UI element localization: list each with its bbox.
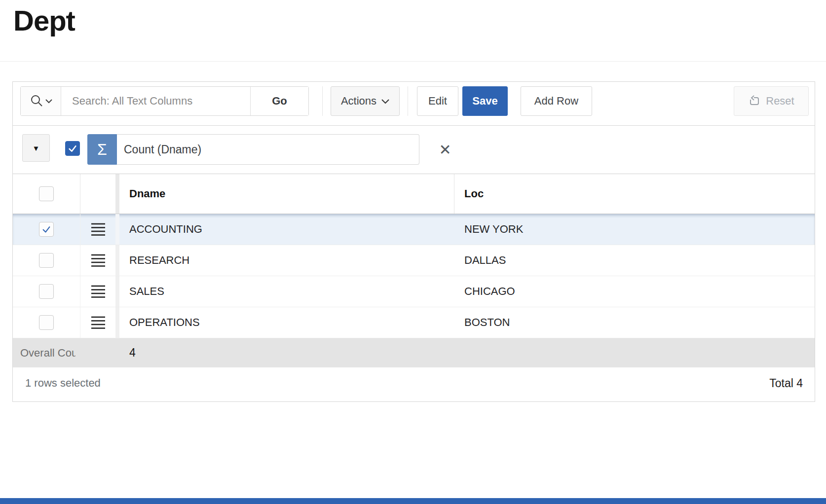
- drag-handle-icon: [91, 285, 105, 298]
- frozen-column-divider: [115, 174, 119, 214]
- select-all-header-cell: [13, 174, 80, 214]
- search-group: Go: [20, 86, 309, 116]
- toolbar-divider: [408, 86, 408, 116]
- row-checkbox[interactable]: [39, 222, 54, 237]
- triangle-down-icon: ▼: [33, 144, 40, 152]
- aggregate-definition: Σ Count (Dname): [87, 134, 419, 165]
- interactive-grid: Go Actions Edit Save Add Row Reset: [12, 81, 815, 402]
- row-checkbox[interactable]: [39, 315, 54, 330]
- chevron-down-icon: [45, 99, 52, 104]
- grid-status-bar: 1 rows selected Total 4: [13, 367, 815, 399]
- cell-loc[interactable]: NEW YORK: [464, 223, 523, 236]
- go-button[interactable]: Go: [250, 87, 308, 115]
- cell-dname[interactable]: RESEARCH: [129, 254, 189, 267]
- add-row-button[interactable]: Add Row: [521, 86, 592, 116]
- aggregate-result-value: 4: [129, 338, 136, 367]
- aggregate-enabled-checkbox[interactable]: [65, 141, 80, 156]
- row-checkbox[interactable]: [39, 253, 54, 268]
- row-drag-handle[interactable]: [80, 245, 115, 276]
- column-header-dname[interactable]: Dname: [119, 174, 454, 214]
- row-checkbox[interactable]: [39, 284, 54, 299]
- chevron-down-icon: [381, 99, 389, 104]
- table-row[interactable]: ACCOUNTING NEW YORK: [13, 214, 815, 245]
- page-title: Dept: [13, 4, 75, 37]
- aggregate-result-row: Overall Count 4: [13, 338, 815, 367]
- cell-dname[interactable]: ACCOUNTING: [129, 223, 202, 236]
- aggregate-editor-row: ▼ Σ Count (Dname) ✕: [13, 126, 815, 174]
- aggregate-result-label: Overall Count: [20, 338, 75, 367]
- actions-button[interactable]: Actions: [331, 86, 400, 116]
- drag-handle-icon: [91, 316, 105, 329]
- total-count: Total 4: [769, 377, 803, 390]
- sigma-icon[interactable]: Σ: [87, 134, 117, 165]
- table-row[interactable]: SALES CHICAGO: [13, 276, 815, 307]
- cell-loc[interactable]: DALLAS: [464, 254, 506, 267]
- toolbar-divider: [322, 86, 323, 116]
- table-row[interactable]: OPERATIONS BOSTON: [13, 307, 815, 338]
- table-header-row: Dname Loc: [13, 174, 815, 214]
- cell-loc[interactable]: CHICAGO: [464, 285, 515, 298]
- selection-status: 1 rows selected: [25, 377, 101, 390]
- actions-button-label: Actions: [341, 95, 376, 108]
- search-icon: [30, 94, 43, 108]
- page-footer-bar: [0, 498, 826, 504]
- column-header-loc[interactable]: Loc: [454, 174, 815, 214]
- cell-dname[interactable]: SALES: [129, 285, 164, 298]
- reset-icon: [748, 95, 761, 108]
- select-all-checkbox[interactable]: [39, 186, 54, 201]
- save-button[interactable]: Save: [462, 86, 508, 116]
- aggregate-menu-button[interactable]: ▼: [22, 134, 50, 162]
- grid-toolbar: Go Actions Edit Save Add Row Reset: [13, 82, 815, 126]
- reset-button[interactable]: Reset: [734, 86, 809, 116]
- header-divider: [0, 61, 826, 62]
- table-row[interactable]: RESEARCH DALLAS: [13, 245, 815, 276]
- row-drag-handle[interactable]: [80, 214, 115, 245]
- remove-aggregate-button[interactable]: ✕: [431, 134, 459, 165]
- check-icon: [40, 223, 52, 235]
- close-icon: ✕: [439, 141, 451, 158]
- cell-dname[interactable]: OPERATIONS: [129, 316, 200, 329]
- aggregate-value-field[interactable]: Count (Dname): [117, 134, 419, 165]
- row-drag-handle[interactable]: [80, 307, 115, 338]
- row-drag-handle[interactable]: [80, 276, 115, 307]
- edit-button[interactable]: Edit: [417, 86, 458, 116]
- check-icon: [67, 143, 78, 154]
- cell-loc[interactable]: BOSTON: [464, 316, 510, 329]
- row-handle-header-cell: [80, 174, 115, 214]
- reset-button-label: Reset: [766, 95, 794, 108]
- search-input[interactable]: [61, 87, 250, 115]
- drag-handle-icon: [91, 254, 105, 267]
- drag-handle-icon: [91, 223, 105, 236]
- search-column-menu-button[interactable]: [21, 87, 61, 115]
